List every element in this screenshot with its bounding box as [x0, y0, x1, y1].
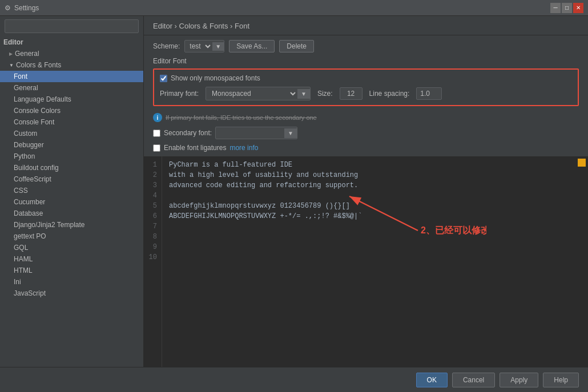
scheme-select[interactable]: test	[185, 41, 212, 52]
sidebar-item-label: Console Font	[14, 118, 54, 126]
sidebar-item-label: JavaScript	[14, 289, 46, 297]
sidebar-item-console-font[interactable]: Console Font	[0, 116, 143, 128]
scheme-dropdown-button[interactable]: ▼	[212, 42, 224, 51]
sidebar-item-label: Ini	[14, 278, 21, 286]
ligatures-row: Enable font ligatures more info	[144, 142, 588, 154]
info-message: If primary font fails, IDE tries to use …	[166, 114, 317, 121]
sidebar-item-colors-fonts[interactable]: ▼ Colors & Fonts	[0, 59, 143, 71]
font-settings-row: Primary font: Monospaced ▼ Size: 12 Line…	[160, 87, 572, 100]
sidebar-item-ini[interactable]: Ini	[0, 276, 143, 288]
monospaced-row: Show only monospaced fonts	[160, 74, 572, 82]
main-layout: Editor ▶ General ▼ Colors & Fonts Font G…	[0, 16, 588, 367]
size-input[interactable]: 12	[340, 87, 363, 100]
breadcrumb: Editor › Colors & Fonts › Font	[144, 16, 588, 35]
scheme-select-wrapper: test ▼	[184, 40, 224, 52]
primary-font-dropdown-btn[interactable]: ▼	[297, 89, 310, 99]
sidebar-item-label: Console Colors	[14, 107, 61, 115]
sidebar-item-javascript[interactable]: JavaScript	[0, 288, 143, 299]
sidebar-item-font[interactable]: Font	[0, 71, 143, 82]
sidebar-item-label: Colors & Fonts	[16, 61, 61, 69]
close-button[interactable]: ✕	[573, 3, 583, 13]
sidebar-item-buildout-config[interactable]: Buildout config	[0, 162, 143, 173]
editor-label: Editor	[3, 38, 23, 46]
sidebar-item-general-parent[interactable]: ▶ General	[0, 48, 143, 59]
sidebar-item-label: Language Defaults	[14, 95, 71, 103]
sidebar-item-label: Python	[14, 152, 35, 160]
minimize-button[interactable]: ─	[550, 3, 561, 13]
content-area: Editor › Colors & Fonts › Font Scheme: t…	[144, 16, 588, 367]
sidebar-item-django-jinja2[interactable]: Django/Jinja2 Template	[0, 219, 143, 231]
sidebar-item-gettext-po[interactable]: gettext PO	[0, 231, 143, 242]
sidebar-item-console-colors[interactable]: Console Colors	[0, 105, 143, 116]
sidebar-item-label: CSS	[14, 187, 28, 195]
orange-dot	[578, 159, 586, 167]
line-numbers: 1 2 3 4 5 6 7 8 9 10	[144, 156, 162, 367]
secondary-font-dropdown-btn[interactable]: ▼	[284, 128, 297, 138]
apply-button[interactable]: Apply	[500, 373, 538, 387]
cancel-button[interactable]: Cancel	[452, 373, 495, 387]
info-icon: i	[153, 113, 162, 122]
sidebar-item-css[interactable]: CSS	[0, 185, 143, 196]
sidebar-section-editor: Editor	[0, 37, 143, 48]
title-bar-controls: ─ □ ✕	[550, 3, 583, 13]
sidebar-item-html[interactable]: HTML	[0, 265, 143, 276]
line-number: 5	[148, 201, 157, 211]
window-title: Settings	[14, 4, 39, 12]
sidebar-item-debugger[interactable]: Debugger	[0, 139, 143, 151]
sidebar-item-label: HAML	[14, 255, 33, 263]
code-preview: 1 2 3 4 5 6 7 8 9 10 PyCharm is a full-f…	[144, 156, 588, 367]
maximize-button[interactable]: □	[562, 3, 572, 13]
sidebar-item-custom[interactable]: Custom	[0, 128, 143, 139]
line-number: 1	[148, 160, 157, 170]
triangle-icon: ▶	[9, 51, 13, 56]
sidebar-item-python[interactable]: Python	[0, 151, 143, 162]
tree-container: Editor ▶ General ▼ Colors & Fonts Font G…	[0, 37, 143, 367]
ligatures-label: Enable font ligatures	[164, 144, 226, 152]
help-button[interactable]: Help	[543, 373, 579, 387]
font-options-box: Show only monospaced fonts Primary font:…	[153, 68, 579, 106]
sidebar-item-label: CoffeeScript	[14, 175, 51, 183]
search-input[interactable]	[5, 19, 139, 33]
sidebar-item-label: General	[14, 84, 38, 92]
scheme-label: Scheme:	[153, 42, 180, 50]
sidebar-item-database[interactable]: Database	[0, 208, 143, 219]
sidebar-item-label: Custom	[14, 130, 37, 138]
save-as-button[interactable]: Save As...	[229, 40, 275, 52]
sidebar-item-language-defaults[interactable]: Language Defaults	[0, 94, 143, 105]
secondary-font-select-wrapper: ▼	[215, 127, 297, 139]
sidebar: Editor ▶ General ▼ Colors & Fonts Font G…	[0, 16, 144, 367]
primary-font-select[interactable]: Monospaced	[206, 87, 297, 100]
ligatures-checkbox[interactable]	[153, 144, 160, 152]
sidebar-item-label: Font	[14, 72, 27, 80]
delete-button[interactable]: Delete	[279, 40, 314, 52]
scheme-row: Scheme: test ▼ Save As... Delete	[144, 35, 588, 57]
sidebar-item-label: Django/Jinja2 Template	[14, 221, 85, 229]
ok-button[interactable]: OK	[416, 373, 448, 387]
editor-font-section-label: Editor Font	[144, 57, 588, 68]
sidebar-item-label: HTML	[14, 266, 33, 274]
sidebar-item-label: Database	[14, 209, 43, 217]
info-row: i If primary font fails, IDE tries to us…	[144, 111, 588, 124]
primary-font-label: Primary font:	[160, 90, 199, 98]
sidebar-item-label: Buildout config	[14, 164, 59, 172]
secondary-font-checkbox[interactable]	[153, 130, 160, 137]
size-label: Size:	[317, 90, 333, 98]
line-number: 7	[148, 221, 157, 232]
line-number: 9	[148, 242, 157, 252]
sidebar-item-coffeescript[interactable]: CoffeeScript	[0, 173, 143, 185]
monospaced-checkbox[interactable]	[160, 75, 167, 82]
title-bar-left: ⚙ Settings	[5, 4, 39, 12]
secondary-font-label: Secondary font:	[164, 129, 212, 137]
sidebar-item-cucumber[interactable]: Cucumber	[0, 196, 143, 208]
sidebar-item-gql[interactable]: GQL	[0, 242, 143, 253]
monospaced-label: Show only monospaced fonts	[171, 74, 260, 82]
primary-font-select-wrapper: Monospaced ▼	[206, 87, 311, 100]
secondary-font-input[interactable]	[216, 127, 284, 139]
more-info-link[interactable]: more info	[229, 144, 258, 152]
line-number: 2	[148, 170, 157, 180]
sidebar-item-haml[interactable]: HAML	[0, 253, 143, 265]
line-number: 4	[148, 191, 157, 201]
title-bar: ⚙ Settings ─ □ ✕	[0, 0, 588, 16]
line-spacing-input[interactable]: 1.0	[416, 87, 442, 100]
sidebar-item-general-sub[interactable]: General	[0, 82, 143, 94]
